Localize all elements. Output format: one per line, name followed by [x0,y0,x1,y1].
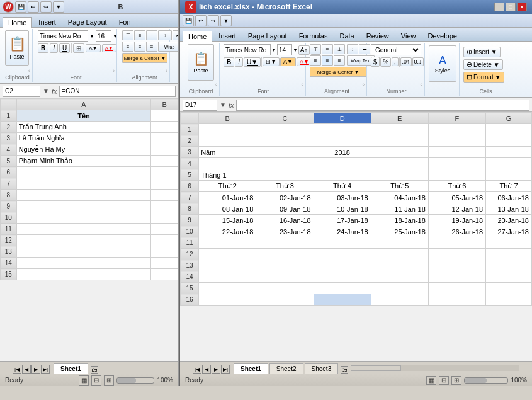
left-italic-btn[interactable]: I [50,43,58,53]
right-cell-g1[interactable] [486,124,532,135]
left-cell-a6[interactable] [16,167,151,178]
right-cell-g10[interactable]: 27-Jan-18 [486,226,532,237]
right-cell-f5[interactable] [428,169,485,181]
right-font-name-input[interactable] [224,44,271,55]
left-cell-a3[interactable]: Lê Tuấn Nghĩa [16,133,151,144]
right-scroll-thumb[interactable] [351,365,401,371]
right-cell-b10[interactable]: 22-Jan-18 [199,226,256,237]
right-format-btn[interactable]: ⊟ Format ▼ [463,72,504,83]
right-name-box[interactable] [183,100,217,111]
right-cell-g4[interactable] [486,158,532,169]
right-cell-f1[interactable] [428,124,485,135]
left-fontcolor-btn[interactable]: A▼ [102,44,116,52]
right-col-f-header[interactable]: F [428,113,485,124]
right-last-sheet-btn[interactable]: ▶| [221,365,230,374]
right-tab-formulas[interactable]: Formulas [293,30,334,41]
right-sheet-tab-sheet3[interactable]: Sheet3 [305,363,339,374]
right-underline-btn[interactable]: U▼ [244,57,261,67]
right-cell-c1[interactable] [256,124,314,135]
left-cell-a5[interactable]: Phạm Minh Thảo [16,156,151,167]
right-cell-b7[interactable]: 01-Jan-18 [199,192,256,203]
left-cell-a11[interactable] [16,224,151,235]
left-cell-a12[interactable] [16,235,151,246]
left-cell-a14[interactable] [16,258,151,269]
right-dec-inc-btn[interactable]: .0↑ [400,57,412,66]
left-cell-b3[interactable] [151,133,178,144]
left-tab-pagelayout[interactable]: Page Layout [62,16,113,27]
left-cell-b4[interactable] [151,144,178,156]
right-border-btn[interactable]: ⊞▼ [263,57,280,66]
right-cell-e4[interactable] [371,158,428,169]
right-cell-b6[interactable]: Thứ 2 [199,181,256,192]
left-paste-btn[interactable]: 📋 Paste [5,30,29,66]
left-view-pagebreak-btn[interactable]: ⊞ [104,375,114,386]
right-percent-btn[interactable]: % [380,57,391,67]
left-expand-btn[interactable]: ▼ [43,88,49,94]
right-cell-d2[interactable] [314,135,371,147]
left-next-sheet-btn[interactable]: ▶ [31,365,40,374]
right-cell-d9[interactable]: 17-Jan-18 [314,215,371,226]
right-normal-view-btn[interactable]: ▦ [426,376,436,385]
left-font-dialog-btn[interactable]: ⬦ [112,67,115,73]
left-top-align-btn[interactable]: ⊤ [122,30,133,40]
right-minimize-btn[interactable]: _ [494,3,504,11]
right-merge-btn[interactable]: Merge & Center ▼ [310,67,366,77]
left-textdir-btn[interactable]: ↕ [158,30,172,40]
right-dec-dec-btn[interactable]: 0.↓ [412,57,424,66]
left-wrap-btn[interactable]: Wrap [158,42,178,52]
left-first-sheet-btn[interactable]: |◀ [13,365,21,374]
right-cell-d6[interactable]: Thứ 4 [314,181,371,192]
right-clipboard-arrow[interactable]: ⬦ [215,81,218,87]
left-fillcolor-btn[interactable]: A▼ [86,44,100,52]
left-zoom-slider[interactable] [116,377,154,384]
right-delete-btn[interactable]: ⊖ Delete ▼ [463,59,503,70]
right-col-e-header[interactable]: E [371,113,428,124]
right-col-c-header[interactable]: C [256,113,314,124]
left-merge-btn[interactable]: Merge & Center ▼ [122,53,167,63]
left-bold-btn[interactable]: B [38,43,48,53]
right-number-dialog-btn[interactable]: ⬦ [420,81,423,87]
right-paste-btn[interactable]: 📋 Paste [188,44,214,81]
right-right-align-btn[interactable]: ≡ [334,55,345,66]
left-font-name-arrow[interactable]: ▼ [89,33,94,39]
left-cell-a15[interactable] [16,269,151,280]
right-undo-btn[interactable]: ↩ [195,15,207,26]
right-mid-align-btn[interactable]: ≡ [322,44,333,54]
left-col-a-header[interactable]: A [16,99,151,110]
right-cell-g8[interactable]: 13-Jan-18 [486,203,532,215]
right-cell-f7[interactable]: 05-Jan-18 [428,192,485,203]
right-next-sheet-btn[interactable]: ▶ [212,365,220,374]
right-cell-g2[interactable] [486,135,532,147]
right-cell-f9[interactable]: 19-Jan-18 [428,215,485,226]
right-font-name-arrow[interactable]: ▼ [271,47,276,53]
right-prev-sheet-btn[interactable]: ◀ [202,365,211,374]
right-col-b-header[interactable]: B [199,113,256,124]
left-align-dialog-btn[interactable]: ⬦ [165,67,168,73]
right-save-btn[interactable]: 💾 [183,15,194,26]
right-cell-b2[interactable] [199,135,256,147]
left-indent-btn[interactable]: ↦ [173,30,178,40]
right-cell-g3[interactable] [486,147,532,158]
right-cell-d5[interactable] [314,169,371,181]
right-font-size-arrow[interactable]: ▼ [293,47,298,53]
right-col-g-header[interactable]: G [486,113,532,124]
right-cell-d1[interactable] [314,124,371,135]
right-cell-c3[interactable] [256,147,314,158]
right-cell-b5[interactable]: Tháng 1 [199,169,314,181]
left-sheet-tab-sheet1[interactable]: Sheet1 [54,363,88,374]
right-cell-f6[interactable]: Thứ 6 [428,181,485,192]
left-font-name-input[interactable] [38,30,88,42]
right-tab-developer[interactable]: Develope [422,30,462,41]
right-cell-f2[interactable] [428,135,485,147]
right-first-sheet-btn[interactable]: |◀ [193,365,201,374]
right-bold-btn[interactable]: B [224,57,234,67]
right-zoom-slider[interactable] [464,377,508,384]
right-expand-btn[interactable]: ▼ [220,101,226,108]
right-cell-f10[interactable]: 26-Jan-18 [428,226,485,237]
right-pagebreak-view-btn[interactable]: ⊞ [451,376,461,385]
right-center-align-btn[interactable]: ≡ [322,55,333,66]
right-number-format-select[interactable]: General Number Currency Date [371,44,421,55]
right-tab-insert[interactable]: Insert [213,30,242,41]
right-cell-e2[interactable] [371,135,428,147]
left-name-box[interactable] [3,86,40,97]
